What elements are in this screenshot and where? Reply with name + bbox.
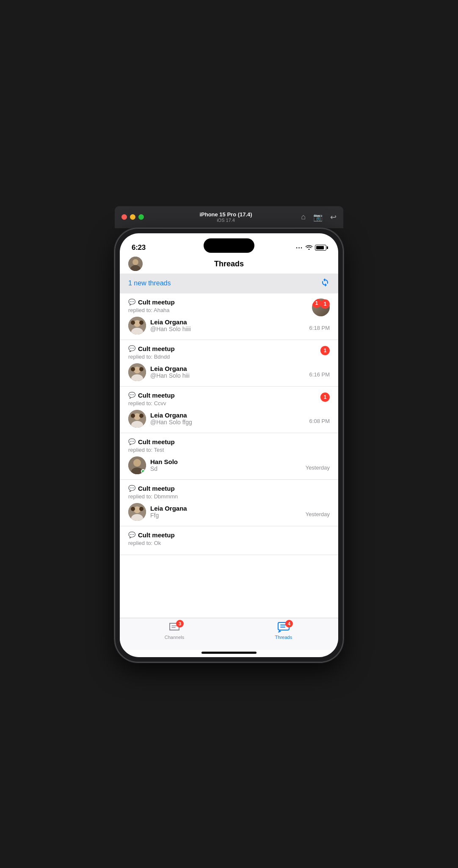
message-content: Leia Organa @Han Solo hiiii bbox=[150, 318, 330, 332]
close-button[interactable] bbox=[121, 214, 127, 220]
channels-icon-wrapper: 3 bbox=[168, 622, 181, 633]
svg-point-6 bbox=[139, 321, 143, 325]
battery-icon bbox=[315, 245, 326, 251]
refresh-icon[interactable] bbox=[320, 278, 330, 289]
thread-group-name: Cult meetup bbox=[138, 485, 175, 492]
sender-avatar-leia bbox=[128, 503, 146, 521]
thread-item[interactable]: 💬 Cult meetup replied to: Bdndd bbox=[120, 340, 338, 387]
sender-name: Leia Organa bbox=[150, 505, 330, 512]
channels-badge: 3 bbox=[176, 620, 184, 628]
thread-item[interactable]: 💬 Cult meetup replied to: Ok bbox=[120, 526, 338, 555]
sender-avatar-han bbox=[128, 456, 146, 474]
tab-bar: 3 Channels 4 Threads bbox=[120, 618, 338, 650]
channels-tab-label: Channels bbox=[165, 635, 184, 640]
message-text: Ffg bbox=[150, 512, 330, 519]
signal-dots-icon: ●●● bbox=[296, 246, 303, 249]
nav-header: Threads bbox=[120, 256, 338, 274]
threads-icon-wrapper: 4 bbox=[277, 622, 290, 633]
minimize-button[interactable] bbox=[130, 214, 135, 220]
svg-point-16 bbox=[139, 414, 143, 418]
message-time: 6:16 PM bbox=[309, 371, 330, 378]
thread-reply-to: replied to: Ccvv bbox=[128, 400, 330, 406]
thread-item[interactable]: 💬 Cult meetup replied to: Ccvv bbox=[120, 387, 338, 433]
maximize-button[interactable] bbox=[138, 214, 144, 220]
thread-header: 💬 Cult meetup bbox=[128, 531, 330, 539]
simulator-toolbar-icons: ⌂ 📷 ↩ bbox=[301, 213, 337, 222]
dynamic-island bbox=[204, 238, 254, 253]
message-text: @Han Solo hiii bbox=[150, 372, 330, 379]
svg-point-23 bbox=[131, 507, 135, 511]
thread-group-name: Cult meetup bbox=[138, 392, 175, 399]
status-bar: 6:23 ●●● bbox=[120, 233, 338, 256]
message-content: Leia Organa @Han Solo ffgg bbox=[150, 412, 330, 426]
thread-message: Leia Organa @Han Solo hiii bbox=[128, 363, 330, 381]
chat-bubble-icon: 💬 bbox=[128, 299, 135, 305]
thread-item[interactable]: 💬 Cult meetup replied to: Test bbox=[120, 433, 338, 480]
threads-badge: 4 bbox=[285, 620, 293, 628]
thread-list: 💬 Cult meetup replied to: Ahaha 1 bbox=[120, 293, 338, 618]
thread-item[interactable]: 💬 Cult meetup replied to: Dbmmmn bbox=[120, 480, 338, 526]
sender-name: Han Solo bbox=[150, 458, 330, 465]
thread-header: 💬 Cult meetup bbox=[128, 392, 330, 399]
svg-point-5 bbox=[131, 321, 135, 325]
home-indicator bbox=[201, 652, 257, 654]
thread-item[interactable]: 💬 Cult meetup replied to: Ahaha 1 bbox=[120, 293, 338, 340]
sender-avatar-leia bbox=[128, 410, 146, 428]
message-text: @Han Solo hiiii bbox=[150, 326, 330, 332]
unread-badge: 1 bbox=[320, 299, 330, 309]
svg-point-10 bbox=[131, 367, 135, 371]
phone-screen: 6:23 ●●● bbox=[120, 233, 338, 657]
thread-reply-to: replied to: Test bbox=[128, 447, 330, 453]
thread-reply-to: replied to: Ahaha bbox=[128, 307, 330, 313]
thread-group-name: Cult meetup bbox=[138, 531, 175, 539]
simulator-device-name: iPhone 15 Pro (17.4) bbox=[151, 211, 301, 218]
sender-name: Leia Organa bbox=[150, 412, 330, 419]
unread-badge: 1 bbox=[320, 393, 330, 402]
chat-bubble-icon: 💬 bbox=[128, 345, 135, 352]
threads-tab-label: Threads bbox=[275, 635, 292, 640]
thread-header: 💬 Cult meetup bbox=[128, 345, 330, 352]
thread-group-name: Cult meetup bbox=[138, 345, 175, 352]
user-avatar[interactable] bbox=[128, 257, 143, 271]
svg-point-24 bbox=[139, 507, 143, 511]
traffic-lights bbox=[121, 214, 144, 220]
thread-header: 💬 Cult meetup bbox=[128, 299, 330, 306]
chat-bubble-icon: 💬 bbox=[128, 485, 135, 492]
sender-name: Leia Organa bbox=[150, 365, 330, 372]
camera-icon[interactable]: 📷 bbox=[313, 213, 323, 222]
svg-point-15 bbox=[131, 414, 135, 418]
message-time: Yesterday bbox=[306, 464, 330, 471]
thread-group-name: Cult meetup bbox=[138, 438, 175, 445]
thread-group-name: Cult meetup bbox=[138, 299, 175, 306]
message-content: Leia Organa @Han Solo hiii bbox=[150, 365, 330, 379]
message-text: Sd bbox=[150, 465, 330, 472]
sender-avatar-leia bbox=[128, 363, 146, 381]
message-text: @Han Solo ffgg bbox=[150, 419, 330, 426]
svg-point-19 bbox=[133, 459, 141, 467]
svg-point-1 bbox=[132, 259, 138, 265]
chat-bubble-icon: 💬 bbox=[128, 531, 135, 538]
home-icon[interactable]: ⌂ bbox=[301, 213, 306, 222]
message-time: 6:08 PM bbox=[309, 418, 330, 424]
page-title: Threads bbox=[214, 260, 244, 268]
tab-threads[interactable]: 4 Threads bbox=[229, 622, 338, 640]
status-time: 6:23 bbox=[132, 243, 146, 252]
message-content: Leia Organa Ffg bbox=[150, 505, 330, 519]
svg-point-11 bbox=[139, 367, 143, 371]
phone-frame: 6:23 ●●● bbox=[115, 228, 343, 662]
thread-message: Leia Organa @Han Solo ffgg bbox=[128, 410, 330, 428]
simulator-os: iOS 17.4 bbox=[151, 218, 301, 223]
chat-bubble-icon: 💬 bbox=[128, 392, 135, 398]
online-status-dot bbox=[141, 469, 145, 473]
thread-message: Leia Organa @Han Solo hiiii bbox=[128, 317, 330, 334]
rotate-icon[interactable]: ↩ bbox=[330, 213, 337, 222]
thread-reply-to: replied to: Bdndd bbox=[128, 354, 330, 360]
sender-name: Leia Organa bbox=[150, 318, 330, 326]
new-threads-text: 1 new threads bbox=[128, 279, 171, 287]
simulator-title-group: iPhone 15 Pro (17.4) iOS 17.4 bbox=[151, 211, 301, 223]
chat-bubble-icon: 💬 bbox=[128, 438, 135, 445]
tab-channels[interactable]: 3 Channels bbox=[120, 622, 229, 640]
new-threads-banner[interactable]: 1 new threads bbox=[120, 274, 338, 293]
thread-message: Leia Organa Ffg bbox=[128, 503, 330, 521]
message-content: Han Solo Sd bbox=[150, 458, 330, 472]
